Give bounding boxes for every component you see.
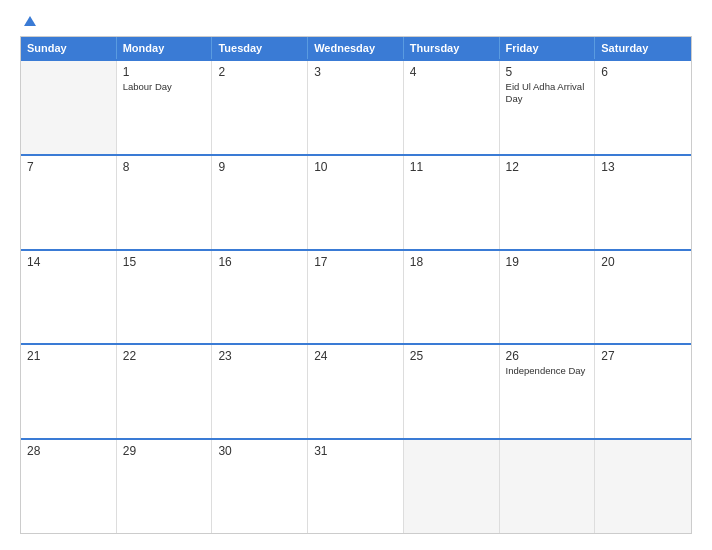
day-number: 20 xyxy=(601,255,685,269)
calendar-cell: 18 xyxy=(404,251,500,344)
holiday-label: Independence Day xyxy=(506,365,589,377)
calendar-cell: 17 xyxy=(308,251,404,344)
day-number: 28 xyxy=(27,444,110,458)
day-number: 4 xyxy=(410,65,493,79)
calendar-week-3: 14151617181920 xyxy=(21,249,691,344)
calendar-cell: 15 xyxy=(117,251,213,344)
day-number: 13 xyxy=(601,160,685,174)
day-number: 26 xyxy=(506,349,589,363)
day-number: 10 xyxy=(314,160,397,174)
calendar-cell: 27 xyxy=(595,345,691,438)
calendar-week-5: 28293031 xyxy=(21,438,691,533)
day-number: 3 xyxy=(314,65,397,79)
calendar-cell: 29 xyxy=(117,440,213,533)
day-number: 24 xyxy=(314,349,397,363)
day-number: 23 xyxy=(218,349,301,363)
calendar-cell: 25 xyxy=(404,345,500,438)
calendar-cell: 24 xyxy=(308,345,404,438)
header xyxy=(20,16,692,26)
calendar-cell: 1Labour Day xyxy=(117,61,213,154)
col-wednesday: Wednesday xyxy=(308,37,404,59)
calendar-cell xyxy=(21,61,117,154)
day-number: 25 xyxy=(410,349,493,363)
day-number: 19 xyxy=(506,255,589,269)
calendar-cell: 9 xyxy=(212,156,308,249)
day-number: 1 xyxy=(123,65,206,79)
col-monday: Monday xyxy=(117,37,213,59)
day-number: 5 xyxy=(506,65,589,79)
calendar-cell: 26Independence Day xyxy=(500,345,596,438)
day-number: 14 xyxy=(27,255,110,269)
page: Sunday Monday Tuesday Wednesday Thursday… xyxy=(0,0,712,550)
day-number: 29 xyxy=(123,444,206,458)
calendar-cell: 20 xyxy=(595,251,691,344)
calendar-cell: 12 xyxy=(500,156,596,249)
day-number: 27 xyxy=(601,349,685,363)
day-number: 12 xyxy=(506,160,589,174)
calendar-week-4: 212223242526Independence Day27 xyxy=(21,343,691,438)
day-number: 22 xyxy=(123,349,206,363)
holiday-label: Labour Day xyxy=(123,81,206,93)
calendar-cell: 2 xyxy=(212,61,308,154)
day-number: 15 xyxy=(123,255,206,269)
logo-triangle-icon xyxy=(24,16,36,26)
logo-blue-text xyxy=(20,16,36,26)
calendar-cell: 28 xyxy=(21,440,117,533)
calendar-week-1: 1Labour Day2345Eid Ul Adha Arrival Day6 xyxy=(21,59,691,154)
calendar-cell xyxy=(595,440,691,533)
calendar-header: Sunday Monday Tuesday Wednesday Thursday… xyxy=(21,37,691,59)
calendar-cell: 31 xyxy=(308,440,404,533)
day-number: 16 xyxy=(218,255,301,269)
calendar-cell: 14 xyxy=(21,251,117,344)
day-number: 8 xyxy=(123,160,206,174)
calendar-cell: 30 xyxy=(212,440,308,533)
day-number: 11 xyxy=(410,160,493,174)
calendar: Sunday Monday Tuesday Wednesday Thursday… xyxy=(20,36,692,534)
calendar-cell: 19 xyxy=(500,251,596,344)
day-number: 2 xyxy=(218,65,301,79)
calendar-cell: 11 xyxy=(404,156,500,249)
calendar-cell: 7 xyxy=(21,156,117,249)
col-saturday: Saturday xyxy=(595,37,691,59)
calendar-cell: 5Eid Ul Adha Arrival Day xyxy=(500,61,596,154)
calendar-cell xyxy=(500,440,596,533)
calendar-cell: 10 xyxy=(308,156,404,249)
day-number: 21 xyxy=(27,349,110,363)
day-number: 9 xyxy=(218,160,301,174)
logo xyxy=(20,16,36,26)
calendar-cell: 22 xyxy=(117,345,213,438)
calendar-cell xyxy=(404,440,500,533)
calendar-cell: 16 xyxy=(212,251,308,344)
calendar-cell: 21 xyxy=(21,345,117,438)
day-number: 18 xyxy=(410,255,493,269)
col-thursday: Thursday xyxy=(404,37,500,59)
calendar-week-2: 78910111213 xyxy=(21,154,691,249)
calendar-cell: 6 xyxy=(595,61,691,154)
calendar-cell: 4 xyxy=(404,61,500,154)
day-number: 6 xyxy=(601,65,685,79)
col-tuesday: Tuesday xyxy=(212,37,308,59)
calendar-cell: 13 xyxy=(595,156,691,249)
calendar-cell: 8 xyxy=(117,156,213,249)
day-number: 31 xyxy=(314,444,397,458)
calendar-cell: 3 xyxy=(308,61,404,154)
day-number: 7 xyxy=(27,160,110,174)
calendar-body: 1Labour Day2345Eid Ul Adha Arrival Day67… xyxy=(21,59,691,533)
holiday-label: Eid Ul Adha Arrival Day xyxy=(506,81,589,106)
day-number: 30 xyxy=(218,444,301,458)
calendar-cell: 23 xyxy=(212,345,308,438)
day-number: 17 xyxy=(314,255,397,269)
col-sunday: Sunday xyxy=(21,37,117,59)
col-friday: Friday xyxy=(500,37,596,59)
